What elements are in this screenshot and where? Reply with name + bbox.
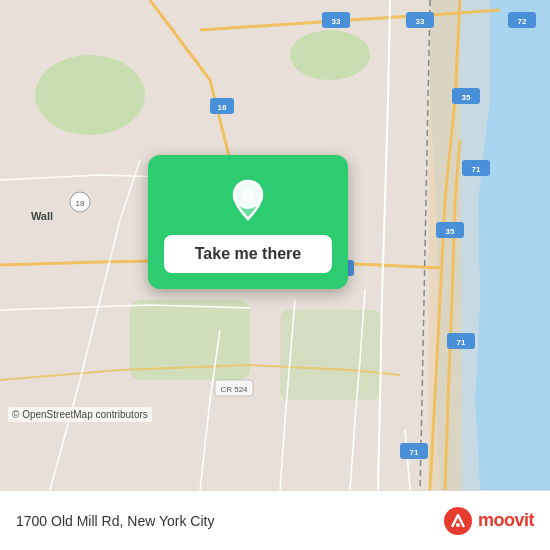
address-label: 1700 Old Mill Rd, New York City	[16, 513, 442, 529]
map-container: 18 33 33 72 35 71 35 138 138 18 71 CR 52…	[0, 0, 550, 490]
svg-text:71: 71	[457, 338, 466, 347]
map-attribution: © OpenStreetMap contributors	[8, 407, 152, 422]
moovit-logo: moovit	[442, 505, 534, 537]
svg-text:33: 33	[416, 17, 425, 26]
moovit-icon	[442, 505, 474, 537]
moovit-text: moovit	[478, 510, 534, 531]
popup-card: Take me there	[148, 155, 348, 289]
svg-rect-4	[280, 310, 380, 400]
svg-text:Wall: Wall	[31, 210, 53, 222]
take-me-there-button[interactable]: Take me there	[164, 235, 332, 273]
svg-point-34	[444, 507, 472, 535]
svg-text:35: 35	[446, 227, 455, 236]
svg-text:35: 35	[462, 93, 471, 102]
svg-point-33	[242, 189, 254, 201]
svg-text:72: 72	[518, 17, 527, 26]
svg-text:71: 71	[410, 448, 419, 457]
bottom-bar: 1700 Old Mill Rd, New York City moovit	[0, 490, 550, 550]
svg-text:33: 33	[332, 17, 341, 26]
svg-text:18: 18	[76, 199, 85, 208]
svg-point-35	[456, 523, 460, 527]
svg-point-1	[35, 55, 145, 135]
location-pin-icon	[224, 175, 272, 223]
svg-text:71: 71	[472, 165, 481, 174]
svg-point-2	[290, 30, 370, 80]
svg-text:CR 524: CR 524	[220, 385, 248, 394]
svg-text:18: 18	[218, 103, 227, 112]
